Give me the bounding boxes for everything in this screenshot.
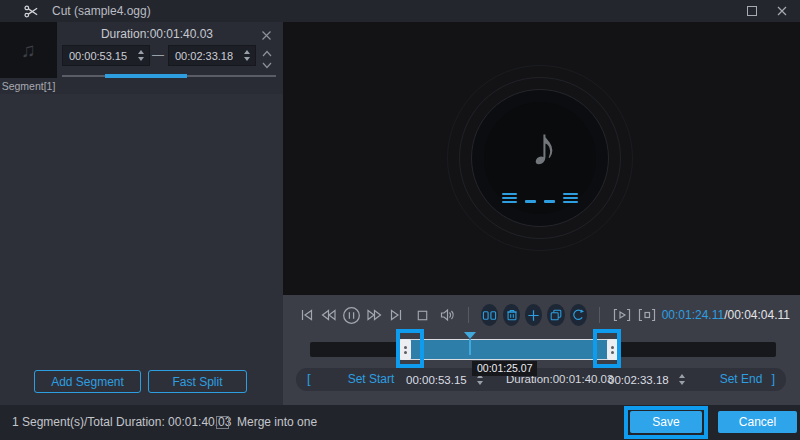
add-segment-icon-button[interactable] (525, 304, 542, 326)
equalizer-dash (544, 200, 555, 203)
range-dash: — (152, 48, 164, 62)
segment-label: Segment[1] (0, 80, 57, 92)
maximize-icon (747, 6, 757, 16)
timeline-start-handle[interactable] (400, 339, 411, 360)
plus-icon (526, 308, 541, 323)
scissors-icon (24, 4, 39, 23)
reset-button[interactable] (570, 304, 587, 326)
set-end-button[interactable]: Set End (708, 368, 774, 391)
open-bracket-icon: [ (307, 371, 311, 386)
pause-icon (342, 306, 361, 325)
segment-card[interactable]: ♫ Segment[1] Duration:00:01:40.03 — (0, 22, 283, 94)
trim-end-time-field[interactable] (608, 370, 690, 389)
segment-progress-track (62, 75, 276, 77)
trim-end-spinner[interactable] (679, 374, 685, 385)
trim-start-time-input[interactable] (406, 374, 470, 386)
spinner-up-icon[interactable] (244, 50, 250, 54)
bracket-play-icon (612, 307, 632, 323)
segment-thumbnail: ♫ (0, 22, 57, 78)
spinner-down-icon[interactable] (477, 381, 483, 385)
equalizer-dash (525, 200, 536, 203)
reset-icon (571, 308, 585, 322)
close-bracket-icon: ] (771, 371, 775, 386)
rewind-button[interactable] (320, 307, 337, 323)
skip-end-icon (388, 307, 404, 323)
maximize-button[interactable] (738, 0, 766, 22)
segment-end-time-input[interactable] (169, 50, 233, 62)
skip-to-end-button[interactable] (388, 307, 404, 323)
toolbar-separator (599, 307, 600, 323)
trim-settings-bar: [ Set Start Duration:00:01:40.03 Set End… (296, 368, 786, 391)
trash-icon (505, 308, 519, 322)
segment-duration-label: Duration:00:01:40.03 (57, 27, 257, 41)
set-start-button[interactable]: Set Start (326, 368, 416, 391)
playhead-line[interactable] (469, 339, 471, 355)
end-time-spinner[interactable] (244, 50, 250, 61)
equalizer-icon (502, 190, 578, 203)
audio-preview-area: ♪ (283, 22, 800, 295)
titlebar: Cut (sample4.ogg) (0, 0, 800, 22)
spinner-down-icon[interactable] (138, 57, 144, 61)
remove-segment-button[interactable] (261, 27, 272, 45)
timeline-selection[interactable] (400, 339, 618, 360)
chevron-down-icon (261, 61, 273, 70)
start-time-spinner[interactable] (138, 50, 144, 61)
playhead-icon[interactable] (464, 332, 476, 339)
playback-controls-panel: 00:01:24.11/00:04:04.11 00:01:25.07 [ Se… (283, 295, 800, 405)
bracket-stop-icon (637, 307, 657, 323)
skip-to-start-button[interactable] (299, 307, 315, 323)
segment-start-time-field[interactable] (62, 45, 150, 66)
cancel-button[interactable]: Cancel (718, 411, 797, 433)
equalizer-bars-left (502, 193, 517, 203)
window-title: Cut (sample4.ogg) (52, 4, 151, 18)
segment-summary: 1 Segment(s)/Total Duration: 00:01:40.03 (12, 405, 231, 440)
merge-into-one-checkbox[interactable] (216, 416, 229, 429)
fast-forward-button[interactable] (366, 307, 383, 323)
add-segment-button[interactable]: Add Segment (34, 370, 141, 393)
remove-segment-icon (261, 30, 272, 41)
segment-start-time-input[interactable] (63, 50, 127, 62)
total-time: /00:04:04.11 (724, 308, 790, 322)
move-segment-down-button[interactable] (261, 56, 273, 74)
footer-bar: 1 Segment(s)/Total Duration: 00:01:40.03… (0, 405, 800, 440)
stop-button[interactable] (415, 308, 430, 323)
music-note-icon: ♪ (531, 115, 558, 177)
toolbar-separator (468, 307, 469, 323)
playhead-time-tooltip: 00:01:25.07 (472, 361, 537, 376)
preview-play-button[interactable] (612, 307, 632, 323)
music-note-thumbnail-icon: ♫ (21, 39, 36, 62)
rewind-icon (320, 307, 337, 323)
stop-icon (415, 308, 430, 323)
timeline-end-handle[interactable] (607, 339, 618, 360)
close-icon (777, 6, 787, 16)
merge-into-one-label: Merge into one (237, 405, 317, 440)
segment-list-panel: ♫ Segment[1] Duration:00:01:40.03 — (0, 22, 283, 405)
pause-button[interactable] (342, 306, 361, 325)
volume-icon (439, 307, 456, 323)
time-display: 00:01:24.11/00:04:04.11 (662, 308, 792, 322)
current-time: 00:01:24.11 (662, 308, 725, 322)
equalizer-bars-right (563, 193, 578, 203)
split-icon (482, 308, 497, 323)
spinner-down-icon[interactable] (244, 57, 250, 61)
spinner-up-icon[interactable] (138, 50, 144, 54)
volume-button[interactable] (439, 307, 456, 323)
spinner-up-icon[interactable] (679, 374, 685, 378)
close-button[interactable] (768, 0, 796, 22)
delete-segment-button[interactable] (503, 304, 520, 326)
copy-icon (549, 308, 563, 322)
segment-progress-fill (105, 74, 187, 78)
spinner-down-icon[interactable] (679, 381, 685, 385)
cut-dialog-window: Cut (sample4.ogg) ♫ Segment[1] Duration:… (0, 0, 800, 440)
fast-split-button[interactable]: Fast Split (148, 370, 247, 393)
trim-end-time-input[interactable] (608, 374, 672, 386)
copy-segment-button[interactable] (547, 304, 564, 326)
split-segment-button[interactable] (481, 304, 498, 326)
skip-start-icon (299, 307, 315, 323)
save-button[interactable]: Save (630, 411, 702, 433)
segment-end-time-field[interactable] (168, 45, 256, 66)
transport-row: 00:01:24.11/00:04:04.11 (299, 300, 792, 330)
fast-forward-icon (366, 307, 383, 323)
preview-stop-button[interactable] (637, 307, 657, 323)
